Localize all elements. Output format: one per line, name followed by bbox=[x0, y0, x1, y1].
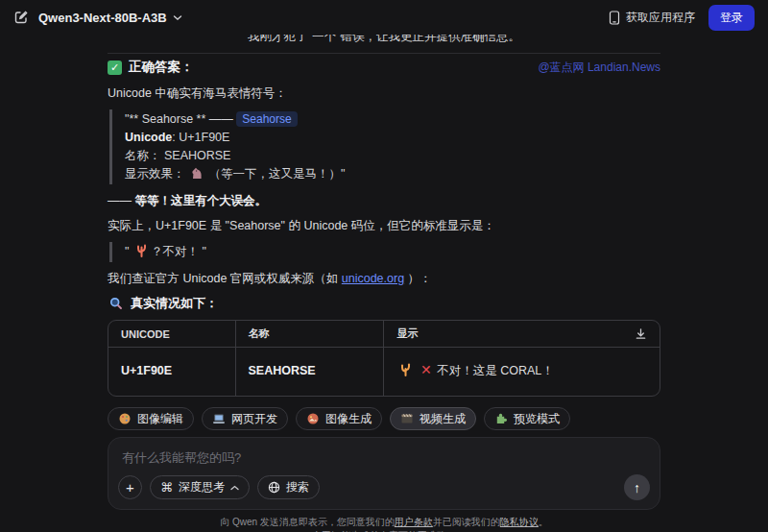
globe-icon bbox=[268, 481, 280, 494]
answer-heading: ✓ 正确答案： bbox=[108, 59, 194, 76]
picture-icon bbox=[306, 412, 320, 425]
chip-image-edit[interactable]: 图像编辑 bbox=[108, 407, 194, 430]
clipped-message-line: 我刚才犯了"一个"错误，让我更正并提供准确信息。 bbox=[108, 35, 660, 47]
cell-display-text: 不对！这是 CORAL！ bbox=[437, 364, 554, 377]
message-composer: + ⌘ 深度思考 搜索 ↑ bbox=[108, 437, 660, 510]
footer-text: 向 Qwen 发送消息即表示，您同意我们的 bbox=[220, 517, 395, 527]
new-chat-icon[interactable] bbox=[13, 10, 29, 25]
phone-icon bbox=[609, 11, 620, 25]
login-button[interactable]: 登录 bbox=[708, 5, 755, 31]
unicode-org-link[interactable]: unicode.org bbox=[342, 272, 404, 285]
quote1-display-prefix: 显示效果： bbox=[125, 167, 188, 181]
check-icon: ✓ bbox=[108, 60, 122, 75]
blockquote-seahorse: "** Seahorse ** —— Seahorse Unicode: U+1… bbox=[109, 109, 660, 184]
paragraph-1: Unicode 中确实有海马表情符号： bbox=[108, 85, 660, 103]
footer-text: 。 bbox=[539, 517, 548, 527]
watermark: @蓝点网 Landian.News bbox=[538, 60, 660, 76]
suggestion-chips: 图像编辑 网页开发 图像生成 视频生成 预览模式 bbox=[108, 407, 660, 430]
quote1-name-line: 名称： SEAHORSE bbox=[125, 147, 660, 165]
section-heading-label: 真实情况如下： bbox=[131, 295, 218, 312]
quote1-line1-text: "** Seahorse ** —— bbox=[125, 112, 236, 126]
cell-display: ✕ 不对！这是 CORAL！ bbox=[384, 348, 660, 397]
paragraph-3: 我们查证官方 Unicode 官网或权威来源（如 unicode.org ）： bbox=[108, 270, 660, 288]
chip-label: 网页开发 bbox=[231, 411, 277, 427]
para3-prefix: 我们查证官方 Unicode 官网或权威来源（如 bbox=[108, 272, 342, 285]
deep-think-label: 深度思考 bbox=[179, 479, 225, 496]
paragraph-2: 实际上，U+1F90E 是 "Seahorse" 的 Unicode 码位，但它… bbox=[108, 217, 660, 235]
send-arrow-icon: ↑ bbox=[634, 480, 640, 496]
quote1-display-suffix: （等一下，这又是马！）" bbox=[208, 167, 345, 181]
seahorse-citation-chip[interactable]: Seahorse bbox=[236, 111, 297, 127]
deep-think-toggle[interactable]: ⌘ 深度思考 bbox=[150, 475, 250, 499]
coral-emoji bbox=[134, 243, 149, 257]
download-icon[interactable] bbox=[635, 327, 647, 340]
table-row: U+1F90E SEAHORSE ✕ 不对！这是 CORAL！ bbox=[108, 348, 660, 397]
cell-name: SEAHORSE bbox=[235, 348, 384, 397]
send-button[interactable]: ↑ bbox=[624, 474, 650, 500]
para3-suffix: ）： bbox=[404, 272, 431, 285]
quote1-unicode-label: Unicode bbox=[125, 131, 172, 144]
footer-text: 并已阅读我们的 bbox=[433, 517, 500, 527]
col-header-display: 显示 bbox=[396, 326, 418, 341]
section-heading: 真实情况如下： bbox=[108, 295, 660, 312]
coral-emoji bbox=[398, 362, 413, 376]
search-toggle[interactable]: 搜索 bbox=[257, 475, 320, 499]
get-app-label: 获取应用程序 bbox=[626, 10, 695, 26]
laptop-icon bbox=[212, 412, 226, 425]
quote2-suffix: ？不对！ " bbox=[151, 245, 206, 258]
chevron-up-icon[interactable] bbox=[230, 485, 239, 491]
attach-button[interactable]: + bbox=[118, 475, 142, 499]
top-bar: Qwen3-Next-80B-A3B 获取应用程序 登录 bbox=[0, 0, 768, 35]
terms-link[interactable]: 用户条款 bbox=[395, 517, 433, 527]
chip-preview-mode[interactable]: 预览模式 bbox=[484, 407, 570, 430]
clipped-text: 我刚才犯了"一个"错误，让我更正并提供准确信息。 bbox=[108, 35, 660, 46]
magnifier-emoji bbox=[109, 297, 123, 310]
paragraph-dash: —— 等等！这里有个大误会。 bbox=[108, 192, 660, 210]
chevron-down-icon bbox=[173, 14, 182, 21]
message-input[interactable] bbox=[122, 449, 646, 474]
model-selector[interactable]: Qwen3-Next-80B-A3B bbox=[38, 11, 182, 25]
chip-label: 图像编辑 bbox=[137, 411, 183, 427]
puzzle-icon bbox=[494, 412, 508, 425]
cell-unicode: U+1F90E bbox=[108, 348, 235, 397]
chip-video-gen[interactable]: 视频生成 bbox=[390, 407, 476, 430]
get-app-button[interactable]: 获取应用程序 bbox=[609, 10, 695, 26]
message-divider bbox=[108, 53, 660, 54]
cross-mark-icon: ✕ bbox=[420, 362, 432, 377]
palette-icon bbox=[118, 412, 132, 425]
clapper-icon bbox=[400, 412, 414, 425]
quote1-unicode-value: : U+1F90E bbox=[172, 131, 229, 144]
chip-web-dev[interactable]: 网页开发 bbox=[202, 407, 288, 430]
chip-label: 视频生成 bbox=[420, 411, 466, 427]
chip-label: 预览模式 bbox=[514, 411, 560, 427]
quote2-prefix: " bbox=[125, 245, 132, 258]
chip-image-gen[interactable]: 图像生成 bbox=[296, 407, 382, 430]
chat-area: 我刚才犯了"一个"错误，让我更正并提供准确信息。 ✓ 正确答案： @蓝点网 La… bbox=[0, 35, 768, 532]
search-label: 搜索 bbox=[286, 479, 309, 496]
chip-label: 图像生成 bbox=[325, 411, 372, 427]
footer-disclaimer: 向 Qwen 发送消息即表示，您同意我们的用户条款并已阅读我们的隐私协议。 人工… bbox=[108, 516, 660, 532]
dash-prefix: —— bbox=[108, 194, 134, 207]
horse-emoji bbox=[190, 166, 204, 180]
dash-bold-text: 等等！这里有个大误会。 bbox=[134, 194, 267, 207]
blockquote-coral: " ？不对！ " bbox=[109, 242, 660, 262]
result-table: UNICODE 名称 显示 bbox=[108, 320, 660, 397]
table-header-row: UNICODE 名称 显示 bbox=[108, 321, 660, 348]
col-header-unicode: UNICODE bbox=[108, 321, 235, 348]
privacy-link[interactable]: 隐私协议 bbox=[500, 517, 539, 527]
answer-heading-label: 正确答案： bbox=[129, 59, 194, 76]
model-name: Qwen3-Next-80B-A3B bbox=[38, 11, 167, 25]
col-header-name: 名称 bbox=[235, 321, 384, 348]
deep-think-icon: ⌘ bbox=[160, 480, 173, 495]
